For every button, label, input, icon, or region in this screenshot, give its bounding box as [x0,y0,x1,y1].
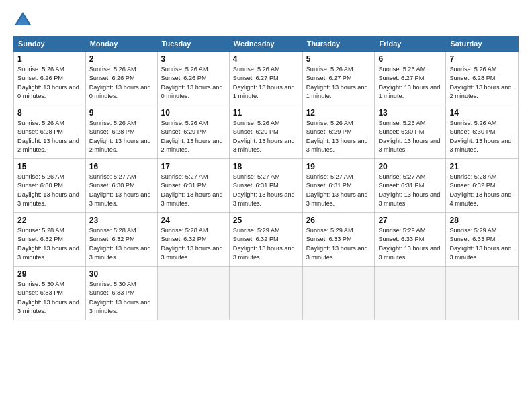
day-num-5: 5 [306,54,371,64]
day-detail-26: Sunrise: 5:29 AM Sunset: 6:33 PM Dayligh… [306,226,371,262]
day-detail-13: Sunrise: 5:26 AM Sunset: 6:30 PM Dayligh… [378,119,442,154]
day-cell-6: 6 Sunrise: 5:26 AM Sunset: 6:27 PM Dayli… [375,52,446,105]
empty-cell [229,267,302,320]
day-detail-18: Sunrise: 5:27 AM Sunset: 6:31 PM Dayligh… [233,173,299,208]
day-detail-22: Sunrise: 5:28 AM Sunset: 6:32 PM Dayligh… [17,226,82,262]
day-cell-2: 2 Sunrise: 5:26 AM Sunset: 6:26 PM Dayli… [85,52,157,105]
empty-cell [157,267,229,320]
logo [13,10,35,29]
day-detail-17: Sunrise: 5:27 AM Sunset: 6:31 PM Dayligh… [161,173,226,208]
day-cell-13: 13 Sunrise: 5:26 AM Sunset: 6:30 PM Dayl… [375,105,446,159]
header-saturday: Saturday [446,36,519,52]
day-cell-15: 15 Sunrise: 5:26 AM Sunset: 6:30 PM Dayl… [14,159,86,213]
day-num-16: 16 [89,162,154,171]
day-detail-20: Sunrise: 5:27 AM Sunset: 6:31 PM Dayligh… [378,173,442,208]
day-detail-7: Sunrise: 5:26 AM Sunset: 6:28 PM Dayligh… [449,65,515,101]
day-cell-12: 12 Sunrise: 5:26 AM Sunset: 6:29 PM Dayl… [302,105,375,159]
logo-icon [13,10,32,29]
day-num-19: 19 [306,162,371,171]
day-cell-3: 3 Sunrise: 5:26 AM Sunset: 6:26 PM Dayli… [157,52,229,105]
day-detail-25: Sunrise: 5:29 AM Sunset: 6:32 PM Dayligh… [233,226,299,262]
calendar-table: Sunday Monday Tuesday Wednesday Thursday… [13,36,519,320]
day-num-24: 24 [161,216,226,225]
day-cell-1: 1 Sunrise: 5:26 AM Sunset: 6:26 PM Dayli… [14,52,86,105]
day-num-14: 14 [449,108,515,118]
day-detail-8: Sunrise: 5:26 AM Sunset: 6:28 PM Dayligh… [17,119,82,154]
day-num-12: 12 [306,108,371,118]
day-num-21: 21 [449,162,515,171]
day-cell-21: 21 Sunrise: 5:28 AM Sunset: 6:32 PM Dayl… [446,159,519,213]
day-num-15: 15 [17,162,82,171]
day-cell-4: 4 Sunrise: 5:26 AM Sunset: 6:27 PM Dayli… [229,52,302,105]
day-detail-16: Sunrise: 5:27 AM Sunset: 6:30 PM Dayligh… [89,173,154,208]
day-detail-10: Sunrise: 5:26 AM Sunset: 6:29 PM Dayligh… [161,119,226,154]
day-cell-14: 14 Sunrise: 5:26 AM Sunset: 6:30 PM Dayl… [446,105,519,159]
day-detail-23: Sunrise: 5:28 AM Sunset: 6:32 PM Dayligh… [89,226,154,262]
day-num-18: 18 [233,162,299,171]
day-cell-20: 20 Sunrise: 5:27 AM Sunset: 6:31 PM Dayl… [375,159,446,213]
empty-cell [446,267,519,320]
day-cell-18: 18 Sunrise: 5:27 AM Sunset: 6:31 PM Dayl… [229,159,302,213]
day-cell-8: 8 Sunrise: 5:26 AM Sunset: 6:28 PM Dayli… [14,105,86,159]
day-detail-9: Sunrise: 5:26 AM Sunset: 6:28 PM Dayligh… [89,119,154,154]
day-cell-5: 5 Sunrise: 5:26 AM Sunset: 6:27 PM Dayli… [302,52,375,105]
day-detail-30: Sunrise: 5:30 AM Sunset: 6:33 PM Dayligh… [89,280,154,316]
day-num-11: 11 [233,108,299,118]
day-cell-26: 26 Sunrise: 5:29 AM Sunset: 6:33 PM Dayl… [302,213,375,267]
day-num-28: 28 [449,216,515,225]
day-detail-6: Sunrise: 5:26 AM Sunset: 6:27 PM Dayligh… [378,65,442,101]
day-num-2: 2 [89,54,154,64]
day-num-22: 22 [17,216,82,225]
empty-cell [375,267,446,320]
day-cell-22: 22 Sunrise: 5:28 AM Sunset: 6:32 PM Dayl… [14,213,86,267]
day-num-1: 1 [17,54,82,64]
weekday-header-row: Sunday Monday Tuesday Wednesday Thursday… [14,36,519,52]
day-num-7: 7 [449,54,515,64]
day-detail-12: Sunrise: 5:26 AM Sunset: 6:29 PM Dayligh… [306,119,371,154]
day-cell-17: 17 Sunrise: 5:27 AM Sunset: 6:31 PM Dayl… [157,159,229,213]
day-cell-11: 11 Sunrise: 5:26 AM Sunset: 6:29 PM Dayl… [229,105,302,159]
day-num-3: 3 [161,54,226,64]
day-cell-23: 23 Sunrise: 5:28 AM Sunset: 6:32 PM Dayl… [85,213,157,267]
day-cell-27: 27 Sunrise: 5:29 AM Sunset: 6:33 PM Dayl… [375,213,446,267]
calendar-week-1: 1 Sunrise: 5:26 AM Sunset: 6:26 PM Dayli… [14,52,519,105]
day-num-30: 30 [89,269,154,279]
day-detail-2: Sunrise: 5:26 AM Sunset: 6:26 PM Dayligh… [89,65,154,101]
empty-cell [302,267,375,320]
day-detail-3: Sunrise: 5:26 AM Sunset: 6:26 PM Dayligh… [161,65,226,101]
day-detail-4: Sunrise: 5:26 AM Sunset: 6:27 PM Dayligh… [233,65,299,101]
day-num-9: 9 [89,108,154,118]
calendar-week-2: 8 Sunrise: 5:26 AM Sunset: 6:28 PM Dayli… [14,105,519,159]
header-thursday: Thursday [302,36,375,52]
day-num-27: 27 [378,216,442,225]
day-cell-25: 25 Sunrise: 5:29 AM Sunset: 6:32 PM Dayl… [229,213,302,267]
day-num-4: 4 [233,54,299,64]
day-detail-15: Sunrise: 5:26 AM Sunset: 6:30 PM Dayligh… [17,173,82,208]
day-detail-27: Sunrise: 5:29 AM Sunset: 6:33 PM Dayligh… [378,226,442,262]
day-num-6: 6 [378,54,442,64]
day-detail-14: Sunrise: 5:26 AM Sunset: 6:30 PM Dayligh… [449,119,515,154]
day-cell-9: 9 Sunrise: 5:26 AM Sunset: 6:28 PM Dayli… [85,105,157,159]
day-cell-7: 7 Sunrise: 5:26 AM Sunset: 6:28 PM Dayli… [446,52,519,105]
day-detail-5: Sunrise: 5:26 AM Sunset: 6:27 PM Dayligh… [306,65,371,101]
header-wednesday: Wednesday [229,36,302,52]
day-detail-28: Sunrise: 5:29 AM Sunset: 6:33 PM Dayligh… [449,226,515,262]
header-sunday: Sunday [14,36,86,52]
day-cell-10: 10 Sunrise: 5:26 AM Sunset: 6:29 PM Dayl… [157,105,229,159]
day-num-23: 23 [89,216,154,225]
day-num-8: 8 [17,108,82,118]
day-cell-28: 28 Sunrise: 5:29 AM Sunset: 6:33 PM Dayl… [446,213,519,267]
header [13,10,519,29]
day-detail-29: Sunrise: 5:30 AM Sunset: 6:33 PM Dayligh… [17,280,82,316]
day-num-26: 26 [306,216,371,225]
calendar-body: 1 Sunrise: 5:26 AM Sunset: 6:26 PM Dayli… [14,52,519,320]
header-monday: Monday [85,36,157,52]
calendar-week-4: 22 Sunrise: 5:28 AM Sunset: 6:32 PM Dayl… [14,213,519,267]
calendar-week-3: 15 Sunrise: 5:26 AM Sunset: 6:30 PM Dayl… [14,159,519,213]
day-detail-19: Sunrise: 5:27 AM Sunset: 6:31 PM Dayligh… [306,173,371,208]
day-detail-21: Sunrise: 5:28 AM Sunset: 6:32 PM Dayligh… [449,173,515,208]
day-cell-19: 19 Sunrise: 5:27 AM Sunset: 6:31 PM Dayl… [302,159,375,213]
header-tuesday: Tuesday [157,36,229,52]
day-cell-24: 24 Sunrise: 5:28 AM Sunset: 6:32 PM Dayl… [157,213,229,267]
day-num-10: 10 [161,108,226,118]
